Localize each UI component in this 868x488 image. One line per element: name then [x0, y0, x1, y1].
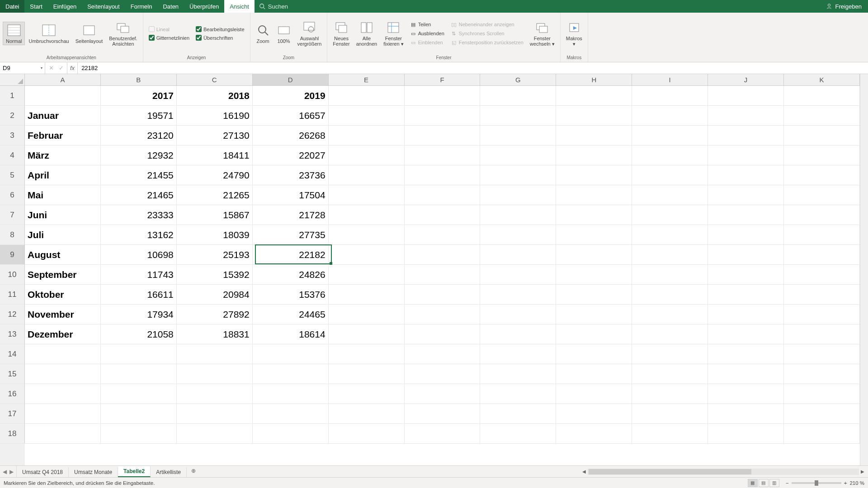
col-header-F[interactable]: F — [405, 74, 481, 86]
cell-E9[interactable] — [329, 245, 405, 265]
cell-E13[interactable] — [329, 324, 405, 344]
cell-H3[interactable] — [556, 126, 632, 145]
row-header-1[interactable]: 1 — [0, 86, 25, 106]
btn-normal[interactable]: Normal — [3, 22, 25, 45]
cell-K13[interactable] — [784, 324, 860, 344]
cell-D8[interactable]: 27735 — [253, 225, 329, 245]
cell-J8[interactable] — [708, 225, 784, 245]
btn-arrange-all[interactable]: Alle anordnen — [354, 19, 380, 47]
cell-A2[interactable]: Januar — [25, 106, 101, 126]
sheet-tab-0[interactable]: Umsatz Q4 2018 — [17, 467, 69, 477]
cell-D14[interactable] — [253, 344, 329, 364]
col-header-A[interactable]: A — [25, 74, 101, 86]
cell-K17[interactable] — [784, 404, 860, 424]
cell-I3[interactable] — [632, 126, 708, 145]
cell-I4[interactable] — [632, 145, 708, 165]
row-header-14[interactable]: 14 — [0, 344, 25, 364]
tell-me-search[interactable]: Suchen — [255, 0, 292, 13]
row-header-8[interactable]: 8 — [0, 225, 25, 245]
tab-überprüfen[interactable]: Überprüfen — [184, 0, 224, 13]
cell-A12[interactable]: November — [25, 305, 101, 324]
cell-B17[interactable] — [101, 404, 177, 424]
view-page-break-icon[interactable]: ▥ — [769, 479, 779, 487]
cell-F17[interactable] — [405, 404, 481, 424]
cell-E14[interactable] — [329, 344, 405, 364]
cell-A16[interactable] — [25, 384, 101, 404]
cell-H18[interactable] — [556, 424, 632, 444]
prev-sheet-icon[interactable]: ◀ — [3, 469, 7, 475]
fx-button[interactable]: fx — [67, 62, 78, 74]
cell-D15[interactable] — [253, 364, 329, 384]
cell-B12[interactable]: 17934 — [101, 305, 177, 324]
cell-J12[interactable] — [708, 305, 784, 324]
sheet-nav[interactable]: ◀▶ — [0, 466, 17, 477]
tab-einfügen[interactable]: Einfügen — [48, 0, 82, 13]
tab-daten[interactable]: Daten — [157, 0, 184, 13]
cell-H8[interactable] — [556, 225, 632, 245]
cell-C11[interactable]: 20984 — [177, 285, 253, 305]
row-header-10[interactable]: 10 — [0, 265, 25, 285]
cell-A9[interactable]: August — [25, 245, 101, 265]
cell-D7[interactable]: 21728 — [253, 205, 329, 225]
cell-I1[interactable] — [632, 86, 708, 106]
cell-D13[interactable]: 18614 — [253, 324, 329, 344]
cell-J16[interactable] — [708, 384, 784, 404]
cell-J4[interactable] — [708, 145, 784, 165]
cell-G15[interactable] — [480, 364, 556, 384]
cell-F4[interactable] — [405, 145, 481, 165]
cell-H15[interactable] — [556, 364, 632, 384]
cell-K11[interactable] — [784, 285, 860, 305]
enter-icon[interactable]: ✓ — [57, 65, 65, 71]
cell-I11[interactable] — [632, 285, 708, 305]
sheet-tab-3[interactable]: Artikelliste — [151, 467, 187, 477]
tab-start[interactable]: Start — [24, 0, 47, 13]
cell-K14[interactable] — [784, 344, 860, 364]
cell-J5[interactable] — [708, 165, 784, 185]
row-header-12[interactable]: 12 — [0, 305, 25, 324]
cell-J18[interactable] — [708, 424, 784, 444]
cell-D10[interactable]: 24826 — [253, 265, 329, 285]
btn-page-break-preview[interactable]: Umbruchvorschau — [26, 22, 71, 45]
cell-A14[interactable] — [25, 344, 101, 364]
cell-G13[interactable] — [480, 324, 556, 344]
cell-K7[interactable] — [784, 205, 860, 225]
cell-C8[interactable]: 18039 — [177, 225, 253, 245]
row-header-5[interactable]: 5 — [0, 165, 25, 185]
col-header-G[interactable]: G — [480, 74, 556, 86]
cell-B4[interactable]: 12932 — [101, 145, 177, 165]
cell-I18[interactable] — [632, 424, 708, 444]
add-sheet-button[interactable]: ⊕ — [187, 466, 200, 477]
cell-G18[interactable] — [480, 424, 556, 444]
cell-E5[interactable] — [329, 165, 405, 185]
cell-J11[interactable] — [708, 285, 784, 305]
btn-switch-windows[interactable]: Fenster wechseln ▾ — [527, 19, 557, 47]
cell-C13[interactable]: 18831 — [177, 324, 253, 344]
sheet-tab-1[interactable]: Umsatz Monate — [69, 467, 118, 477]
cell-E12[interactable] — [329, 305, 405, 324]
cell-E18[interactable] — [329, 424, 405, 444]
cell-J13[interactable] — [708, 324, 784, 344]
row-header-13[interactable]: 13 — [0, 324, 25, 344]
cell-B13[interactable]: 21058 — [101, 324, 177, 344]
cell-F7[interactable] — [405, 205, 481, 225]
cell-F9[interactable] — [405, 245, 481, 265]
cell-A11[interactable]: Oktober — [25, 285, 101, 305]
cell-K9[interactable] — [784, 245, 860, 265]
cell-J7[interactable] — [708, 205, 784, 225]
zoom-in-icon[interactable]: + — [844, 480, 847, 486]
cell-I12[interactable] — [632, 305, 708, 324]
btn-zoom[interactable]: Zoom — [253, 22, 273, 45]
cell-I17[interactable] — [632, 404, 708, 424]
cell-A5[interactable]: April — [25, 165, 101, 185]
cell-D9[interactable]: 22182 — [253, 245, 329, 265]
cell-B5[interactable]: 21455 — [101, 165, 177, 185]
btn-page-layout[interactable]: Seitenlayout — [73, 22, 106, 45]
btn-split[interactable]: ▤Teilen — [410, 21, 444, 28]
cell-K3[interactable] — [784, 126, 860, 145]
btn-freeze-panes[interactable]: Fenster fixieren ▾ — [381, 19, 406, 47]
cell-D3[interactable]: 26268 — [253, 126, 329, 145]
cell-D12[interactable]: 24465 — [253, 305, 329, 324]
cell-G4[interactable] — [480, 145, 556, 165]
row-header-9[interactable]: 9 — [0, 245, 25, 265]
cell-K10[interactable] — [784, 265, 860, 285]
